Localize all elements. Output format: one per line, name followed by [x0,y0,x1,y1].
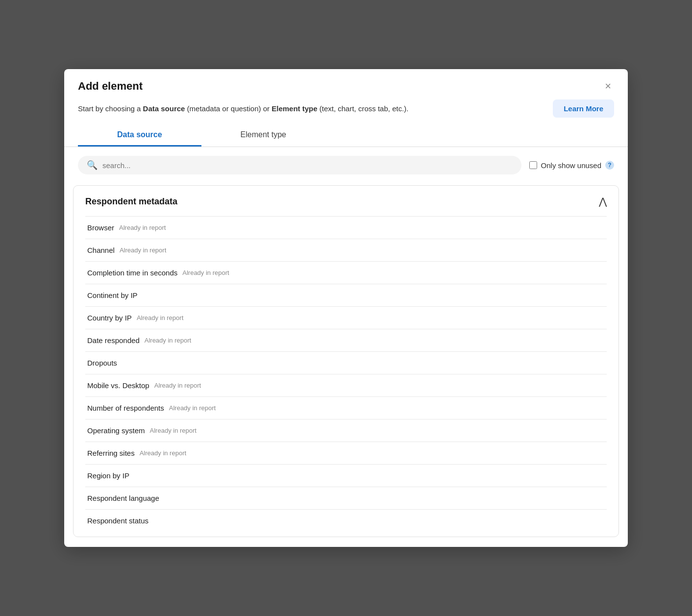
list-item[interactable]: Continent by IP [85,284,607,306]
modal-subtitle: Start by choosing a Data source (metadat… [78,104,408,113]
only-show-unused-checkbox[interactable] [529,161,537,169]
section-header: Respondent metadata ⋀ [85,196,607,207]
list-item[interactable]: Country by IPAlready in report [85,306,607,329]
close-button[interactable]: × [602,80,614,93]
item-badge: Already in report [140,449,186,457]
list-item[interactable]: BrowserAlready in report [85,216,607,239]
search-icon: 🔍 [87,160,98,171]
item-name: Referring sites [87,449,135,457]
learn-more-button[interactable]: Learn More [553,99,614,118]
list-item[interactable]: ChannelAlready in report [85,239,607,261]
add-element-modal: Add element × Start by choosing a Data s… [64,69,628,547]
search-box: 🔍 [78,156,521,174]
item-name: Region by IP [87,471,129,480]
item-name: Operating system [87,426,145,435]
item-name: Continent by IP [87,291,138,299]
item-name: Channel [87,246,115,254]
list-item[interactable]: Date respondedAlready in report [85,329,607,351]
data-source-label: Data source [143,104,185,113]
modal-overlay: Add element × Start by choosing a Data s… [0,0,692,616]
help-icon[interactable]: ? [605,161,614,170]
only-show-unused-label[interactable]: Only show unused ? [529,161,614,170]
list-item[interactable]: Respondent status [85,509,607,532]
modal-header: Add element × [64,69,628,99]
list-item[interactable]: Respondent language [85,487,607,509]
tabs-row: Data source Element type [64,124,628,147]
item-badge: Already in report [137,314,183,321]
chevron-up-icon[interactable]: ⋀ [599,196,607,207]
item-name: Dropouts [87,359,117,367]
section-title: Respondent metadata [85,197,177,207]
list-item[interactable]: Number of respondentsAlready in report [85,396,607,419]
tab-data-source[interactable]: Data source [78,124,201,147]
list-item[interactable]: Completion time in secondsAlready in rep… [85,261,607,284]
search-input[interactable] [102,161,513,170]
respondent-metadata-section: Respondent metadata ⋀ BrowserAlready in … [73,185,619,537]
element-type-label: Element type [272,104,317,113]
item-badge: Already in report [150,427,197,434]
item-badge: Already in report [182,269,229,276]
list-item[interactable]: Operating systemAlready in report [85,419,607,442]
modal-body: Respondent metadata ⋀ BrowserAlready in … [64,180,628,547]
list-item[interactable]: Mobile vs. DesktopAlready in report [85,374,607,396]
search-filter-row: 🔍 Only show unused ? [64,147,628,180]
item-badge: Already in report [169,404,216,412]
item-name: Country by IP [87,314,132,322]
item-name: Respondent status [87,517,148,525]
item-badge: Already in report [120,246,166,254]
item-name: Number of respondents [87,404,164,412]
list-item[interactable]: Dropouts [85,351,607,374]
item-badge: Already in report [119,224,166,231]
items-list: BrowserAlready in reportChannelAlready i… [85,216,607,532]
list-item[interactable]: Referring sitesAlready in report [85,442,607,464]
list-item[interactable]: Region by IP [85,464,607,487]
tab-element-type[interactable]: Element type [201,124,325,147]
subtitle-row: Start by choosing a Data source (metadat… [64,99,628,124]
item-name: Browser [87,223,114,232]
item-name: Completion time in seconds [87,269,177,277]
item-name: Date responded [87,336,140,345]
modal-title: Add element [78,80,143,93]
item-name: Mobile vs. Desktop [87,381,149,390]
item-badge: Already in report [145,337,191,344]
item-badge: Already in report [154,382,201,389]
item-name: Respondent language [87,494,159,502]
